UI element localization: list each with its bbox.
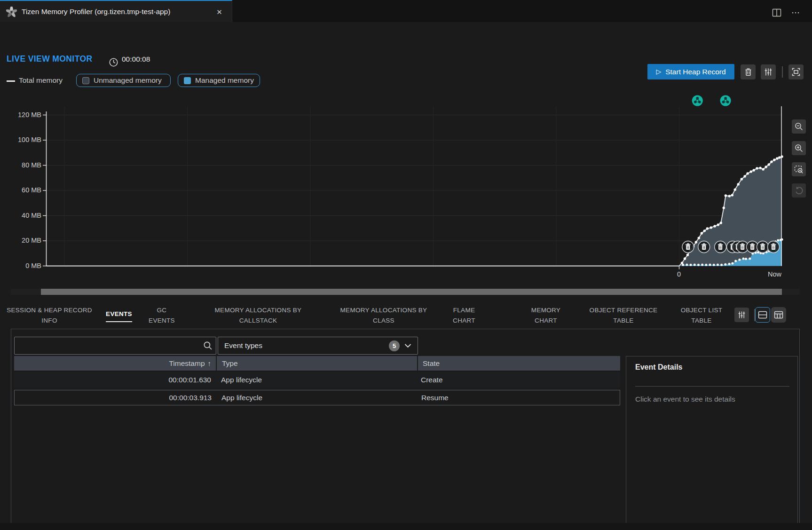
fullscreen-chart-button[interactable] bbox=[788, 64, 804, 79]
y-axis-tick-label: 0 MB bbox=[7, 262, 41, 269]
play-icon: ▷ bbox=[656, 68, 661, 75]
chart-scrollbar-thumb[interactable] bbox=[41, 289, 782, 295]
panel-tab-memory-allocations-by-callstack[interactable]: MEMORY ALLOCATIONS BYCALLSTACK bbox=[215, 303, 302, 328]
search-icon bbox=[200, 341, 216, 350]
event-search-input[interactable] bbox=[15, 337, 200, 354]
split-editor-icon[interactable] bbox=[771, 7, 782, 18]
y-axis-tick-label: 80 MB bbox=[7, 161, 41, 169]
start-heap-record-label: Start Heap Record bbox=[665, 68, 725, 76]
event-types-dropdown[interactable]: Event types 5 bbox=[218, 337, 418, 355]
panel-tab-flame-chart[interactable]: FLAMECHART bbox=[453, 303, 475, 328]
column-header-type[interactable]: Type bbox=[217, 356, 417, 371]
event-details-panel: Event Details Click an event to see its … bbox=[626, 356, 798, 530]
events-panel: Event types 5 Timestamp ↑ Type State 00:… bbox=[11, 329, 800, 530]
panel-tab-object-reference-table[interactable]: OBJECT REFERENCETABLE bbox=[590, 303, 658, 328]
gc-event-marker[interactable] bbox=[732, 241, 744, 253]
unmanaged-memory-label: Unmanaged memory bbox=[94, 76, 162, 85]
panel-tab-memory-chart[interactable]: MEMORYCHART bbox=[531, 303, 560, 328]
y-axis-tick-label: 20 MB bbox=[7, 237, 41, 244]
panel-tab-object-list-table[interactable]: OBJECT LISTTABLE bbox=[681, 303, 723, 328]
gc-event-marker[interactable] bbox=[682, 241, 694, 253]
chevron-down-icon bbox=[404, 343, 411, 348]
column-header-timestamp[interactable]: Timestamp ↑ bbox=[14, 356, 216, 371]
event-types-label: Event types bbox=[218, 341, 389, 350]
y-axis-tick-label: 120 MB bbox=[7, 111, 41, 119]
layout-grid-button[interactable] bbox=[771, 307, 786, 323]
managed-memory-toggle[interactable]: Managed memory bbox=[178, 74, 260, 87]
chart-settings-sliders-icon[interactable] bbox=[761, 64, 776, 79]
tizen-pinwheel-icon bbox=[6, 7, 17, 17]
managed-checkbox[interactable] bbox=[184, 77, 191, 84]
event-search-box[interactable] bbox=[14, 337, 216, 355]
start-heap-record-button[interactable]: ▷ Start Heap Record bbox=[647, 64, 734, 79]
managed-memory-label: Managed memory bbox=[195, 76, 254, 85]
editor-tab[interactable]: Tizen Memory Profiler (org.tizen.tmp-tes… bbox=[0, 0, 232, 22]
page-title: LIVE VIEW MONITOR bbox=[7, 54, 92, 64]
tab-close-icon[interactable]: ✕ bbox=[214, 7, 225, 17]
y-axis-tick-label: 40 MB bbox=[7, 212, 41, 219]
tab-title: Tizen Memory Profiler (org.tizen.tmp-tes… bbox=[22, 1, 170, 22]
x-axis-tick-now: Now bbox=[753, 270, 781, 278]
clear-chart-button[interactable] bbox=[741, 64, 756, 79]
panel-settings-sliders-icon[interactable] bbox=[734, 308, 749, 322]
event-details-empty-message: Click an event to see its details bbox=[635, 395, 735, 403]
elapsed-timer: 00:00:08 bbox=[122, 55, 150, 63]
zoom-to-selection-button[interactable] bbox=[792, 162, 806, 176]
gc-event-marker[interactable] bbox=[698, 241, 710, 253]
toolbar-divider bbox=[782, 66, 783, 78]
gc-event-marker[interactable] bbox=[737, 241, 749, 253]
clock-icon bbox=[109, 57, 118, 67]
events-table-body: 00:00:01.630App lifecycleCreate00:00:03.… bbox=[14, 372, 620, 408]
panel-tab-events[interactable]: EVENTS bbox=[106, 303, 132, 328]
events-table-header: Timestamp ↑ Type State bbox=[14, 356, 620, 371]
total-memory-swatch bbox=[7, 80, 15, 82]
x-axis-tick-0: 0 bbox=[670, 270, 688, 278]
panel-tab-session-heap-record-info[interactable]: SESSION & HEAP RECORDINFO bbox=[7, 303, 92, 328]
bottom-strip bbox=[0, 523, 812, 530]
full-gc-marker-icon[interactable] bbox=[692, 95, 703, 106]
column-header-state[interactable]: State bbox=[418, 356, 620, 371]
zoom-out-button[interactable] bbox=[792, 119, 806, 134]
more-actions-icon[interactable]: ⋯ bbox=[790, 7, 802, 18]
event-types-count-badge: 5 bbox=[389, 340, 400, 351]
profiler-main: LIVE VIEW MONITOR 00:00:08 ▷ Start Heap … bbox=[0, 22, 812, 530]
table-row[interactable]: 00:00:01.630App lifecycleCreate bbox=[14, 372, 620, 388]
editor-tab-bar: Tizen Memory Profiler (org.tizen.tmp-tes… bbox=[0, 0, 812, 22]
gc-event-marker[interactable] bbox=[715, 241, 726, 253]
event-details-title: Event Details bbox=[635, 363, 682, 372]
y-axis-tick-label: 60 MB bbox=[7, 186, 41, 194]
details-divider bbox=[635, 386, 789, 387]
table-row[interactable]: 00:00:03.913App lifecycleResume bbox=[14, 390, 620, 405]
panel-tab-memory-allocations-by-class[interactable]: MEMORY ALLOCATIONS BYCLASS bbox=[340, 303, 427, 328]
reset-zoom-button[interactable] bbox=[792, 183, 806, 198]
unmanaged-checkbox[interactable] bbox=[82, 77, 89, 84]
y-axis-tick-label: 100 MB bbox=[7, 136, 41, 143]
gc-event-marker[interactable] bbox=[747, 241, 758, 253]
panel-tab-gc-events[interactable]: GCEVENTS bbox=[149, 303, 175, 328]
unmanaged-memory-toggle[interactable]: Unmanaged memory bbox=[76, 74, 171, 87]
layout-split-horizontal-button[interactable] bbox=[755, 307, 770, 323]
sort-ascending-icon: ↑ bbox=[208, 359, 212, 367]
total-memory-label: Total memory bbox=[19, 76, 63, 85]
gc-event-marker[interactable] bbox=[757, 241, 769, 253]
panel-tab-strip: SESSION & HEAP RECORDINFOEVENTSGCEVENTSM… bbox=[0, 303, 724, 328]
gc-event-marker[interactable] bbox=[727, 241, 739, 253]
chart-scrollbar-track[interactable] bbox=[11, 289, 800, 295]
full-gc-marker-icon[interactable] bbox=[720, 95, 731, 106]
gc-event-marker[interactable] bbox=[767, 241, 779, 253]
tizen-memory-profiler-window: Tizen Memory Profiler (org.tizen.tmp-tes… bbox=[0, 0, 812, 530]
zoom-in-button[interactable] bbox=[792, 141, 806, 155]
